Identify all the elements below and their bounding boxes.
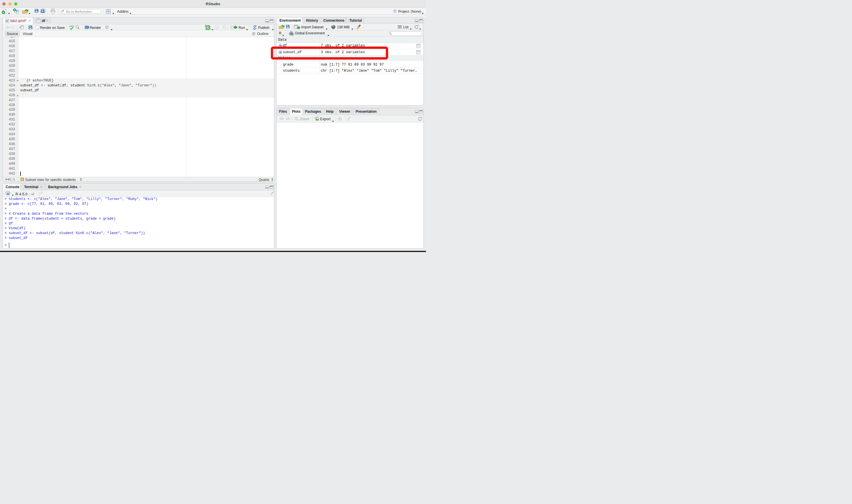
- svg-text:R: R: [7, 192, 9, 196]
- svg-text:R: R: [394, 10, 396, 12]
- svg-text:R: R: [16, 10, 18, 13]
- svg-text:C: C: [207, 26, 209, 30]
